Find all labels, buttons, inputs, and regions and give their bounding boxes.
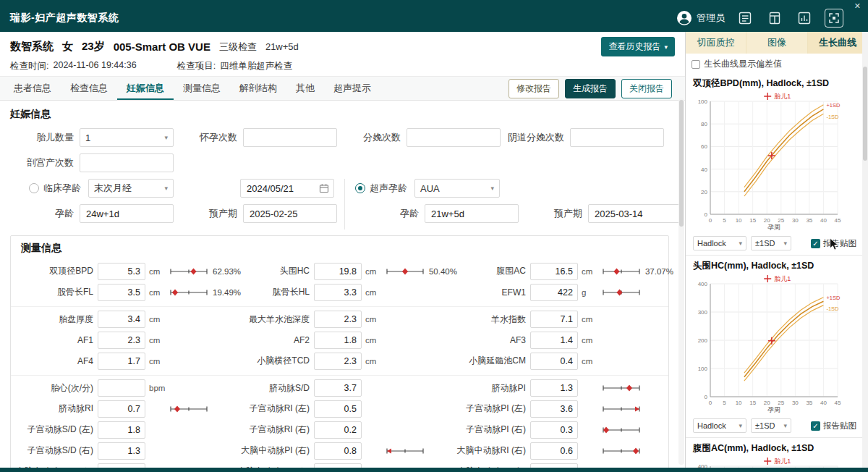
main-scrollbar-thumb[interactable]: [679, 100, 684, 227]
measurement-value-input[interactable]: [98, 311, 145, 328]
report-panel: 数智系统 女 23岁 005-Smart OB VUE 三级检查 21w+5d …: [0, 32, 686, 468]
measurement-value-input[interactable]: [314, 421, 362, 439]
measurement-value-input[interactable]: [530, 311, 578, 328]
measurement-value-input[interactable]: [314, 463, 362, 468]
measurement-value-input[interactable]: [530, 400, 578, 418]
tab-exam-info[interactable]: 检查信息: [61, 77, 117, 100]
measurement-value-input[interactable]: [314, 284, 362, 301]
report-attach-toggle[interactable]: ✓报告贴图: [811, 238, 859, 249]
measurement-label: 最大羊水池深度: [231, 313, 314, 326]
lmp-method-select[interactable]: 末次月经 ▾: [88, 179, 174, 198]
measurement-label: 大脑中动脉RI (右): [448, 444, 530, 457]
sidebar-scrollbar-thumb[interactable]: [863, 67, 867, 161]
measurement-value-input[interactable]: [314, 263, 362, 280]
sidebar-tab-growth-curve[interactable]: 生长曲线: [808, 32, 868, 54]
tab-patient-info[interactable]: 患者信息: [4, 77, 61, 100]
cesarean-label: 剖宫产次数: [10, 156, 80, 169]
measurement-unit: cm: [578, 315, 600, 324]
measurement-value-input[interactable]: [98, 284, 145, 301]
measurement-label: 脐动脉S/D: [231, 382, 314, 395]
tab-other[interactable]: 其他: [286, 77, 324, 100]
measurement-value-input[interactable]: [314, 442, 362, 460]
report-attach-checkbox[interactable]: ✓: [811, 421, 820, 431]
measurement-value-input[interactable]: [98, 263, 145, 280]
measurement-unit: bpm: [145, 384, 167, 392]
measurement-value-input[interactable]: [530, 463, 578, 468]
measurement-value-input[interactable]: [314, 353, 362, 370]
sidebar-scrollbar[interactable]: [862, 32, 868, 468]
sidebar-tab-section-qc[interactable]: 切面质控: [686, 32, 746, 54]
measurement-value-input[interactable]: [98, 421, 145, 439]
measurement-value-input[interactable]: [530, 332, 578, 349]
vaginal-delivery-input[interactable]: [570, 128, 664, 147]
statistics-icon[interactable]: [795, 9, 814, 28]
measurement-item: 羊水指数cm: [448, 311, 664, 328]
sidebar-tab-images[interactable]: 图像: [746, 32, 807, 54]
formula-select[interactable]: Hadlock▾: [693, 236, 746, 250]
user-menu[interactable]: 管理员: [676, 10, 725, 26]
deviation-toggle[interactable]: 生长曲线显示偏差值: [686, 54, 868, 73]
measurement-value-input[interactable]: [530, 284, 578, 301]
percentile-range-indicator: [601, 425, 642, 435]
aua-method-value: AUA: [420, 183, 440, 194]
worklist-icon[interactable]: [736, 9, 754, 28]
fullscreen-icon[interactable]: [825, 9, 843, 28]
modify-report-button[interactable]: 修改报告: [509, 79, 559, 98]
sd-select[interactable]: ±1SD▾: [751, 236, 791, 250]
clinical-ga-radio[interactable]: [29, 183, 39, 193]
formula-select-value: Hadlock: [697, 239, 726, 248]
measurement-value-input[interactable]: [530, 353, 578, 370]
svg-text:5: 5: [723, 217, 726, 224]
measurement-value-input[interactable]: [314, 332, 362, 349]
svg-text:25: 25: [778, 400, 784, 406]
measurement-value-input[interactable]: [530, 379, 578, 397]
report-icon[interactable]: [765, 9, 784, 28]
tab-ultrasound-hint[interactable]: 超声提示: [324, 77, 380, 100]
fetus-count-select[interactable]: 1 ▾: [80, 128, 174, 147]
measurement-value-input[interactable]: [98, 379, 145, 397]
clinical-ga-input[interactable]: [80, 204, 174, 223]
ultrasound-ga-input[interactable]: [425, 204, 519, 223]
parity-input[interactable]: [407, 128, 501, 147]
ultrasound-edd-input[interactable]: [588, 204, 682, 223]
measurement-item: AF3cm: [448, 332, 664, 349]
main-scrollbar[interactable]: [678, 98, 684, 465]
generate-report-button[interactable]: 生成报告: [565, 79, 616, 98]
ultrasound-ga-radio-label: 超声孕龄: [370, 182, 407, 195]
report-attach-checkbox[interactable]: ✓: [811, 239, 820, 248]
measurement-value-input[interactable]: [314, 311, 362, 328]
history-report-button[interactable]: 查看历史报告 ▾: [601, 37, 675, 56]
aua-method-select[interactable]: AUA ▾: [414, 179, 500, 198]
tab-anatomy[interactable]: 解剖结构: [230, 77, 286, 100]
measurement-value-input[interactable]: [530, 442, 578, 460]
tab-pregnancy-info[interactable]: 妊娠信息: [117, 77, 174, 100]
measurement-row: 胎心(次/分)bpm脐动脉S/D脐动脉PI: [11, 375, 668, 398]
measurement-value-input[interactable]: [98, 400, 145, 418]
lmp-date-field: [240, 179, 334, 198]
measurement-value-input[interactable]: [314, 379, 362, 397]
calendar-icon[interactable]: [319, 183, 329, 193]
measurement-value-input[interactable]: [98, 463, 145, 468]
close-report-button[interactable]: 关闭报告: [621, 79, 672, 98]
measurement-value-input[interactable]: [98, 353, 145, 370]
gravidity-input[interactable]: [243, 128, 337, 147]
ultrasound-ga-radio[interactable]: [355, 183, 365, 193]
measurement-unit: cm: [362, 336, 383, 345]
formula-select[interactable]: Hadlock▾: [693, 418, 746, 433]
exam-item-value: 四维单胎超声检查: [220, 60, 292, 72]
measurement-value-input[interactable]: [314, 400, 362, 418]
measurement-value-input[interactable]: [98, 442, 145, 460]
measurement-item: 子宫动脉PI (左): [448, 400, 664, 418]
sd-select[interactable]: ±1SD▾: [751, 418, 791, 433]
tab-measurement-info[interactable]: 测量信息: [174, 77, 230, 100]
clinical-edd-input[interactable]: [243, 204, 337, 223]
report-attach-toggle[interactable]: ✓报告贴图: [811, 421, 859, 431]
close-icon[interactable]: ✕: [854, 2, 861, 10]
patient-age: 23岁: [82, 40, 105, 54]
deviation-checkbox[interactable]: [692, 60, 700, 69]
chevron-down-icon: ▾: [164, 134, 168, 141]
measurement-value-input[interactable]: [98, 332, 145, 349]
cesarean-input[interactable]: [80, 153, 174, 172]
measurement-value-input[interactable]: [530, 421, 578, 439]
measurement-value-input[interactable]: [530, 263, 578, 280]
